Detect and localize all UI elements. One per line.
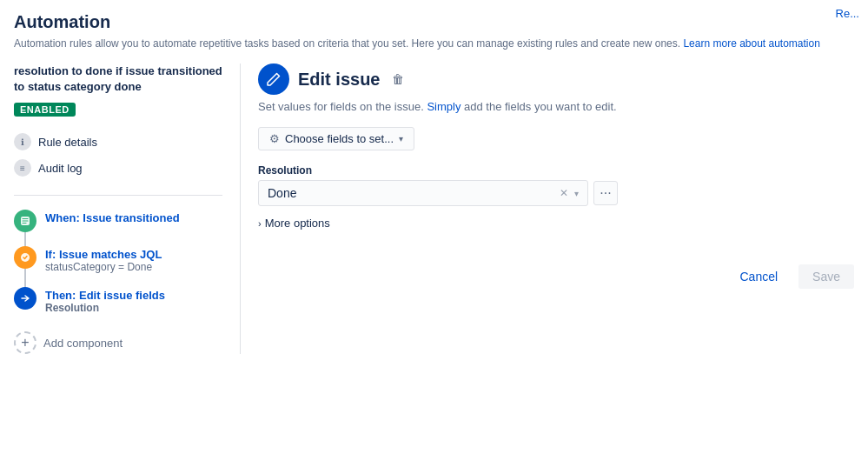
if-icon	[14, 246, 36, 269]
resolution-field-section: Resolution Done ✕ ▾ ···	[258, 164, 854, 206]
action-buttons: Cancel Save	[258, 264, 854, 289]
then-icon	[14, 287, 36, 310]
then-step-content: Then: Edit issue fields Resolution	[45, 287, 165, 314]
page-subtitle: Automation rules allow you to automate r…	[14, 36, 854, 51]
then-step[interactable]: Then: Edit issue fields Resolution	[14, 287, 222, 319]
if-step[interactable]: If: Issue matches JQL statusCategory = D…	[14, 246, 222, 278]
resolution-input-row: Done ✕ ▾ ···	[258, 180, 854, 206]
save-button[interactable]: Save	[798, 264, 854, 289]
dropdown-chevron-icon[interactable]: ▾	[574, 189, 579, 198]
then-step-title[interactable]: Then: Edit issue fields	[45, 289, 165, 302]
sidebar-item-rule-details[interactable]: ℹ Rule details	[14, 129, 222, 155]
audit-log-icon: ≡	[14, 159, 31, 177]
when-icon	[14, 210, 36, 232]
when-step-title[interactable]: When: Issue transitioned	[45, 211, 180, 224]
when-step-content: When: Issue transitioned	[45, 210, 180, 224]
topbar-link[interactable]: Re...	[836, 7, 859, 20]
clear-icon[interactable]: ✕	[557, 186, 571, 200]
rule-details-label: Rule details	[38, 136, 97, 149]
add-component-label: Add component	[43, 337, 123, 350]
then-step-sub: Resolution	[45, 302, 165, 314]
choose-fields-button[interactable]: ⚙ Choose fields to set... ▾	[258, 127, 414, 150]
learn-more-link[interactable]: Learn more about automation	[683, 37, 819, 50]
sidebar-nav: ℹ Rule details ≡ Audit log	[14, 129, 222, 181]
edit-issue-subtitle: Set values for fields on the issue. Simp…	[258, 100, 854, 113]
more-options-label: More options	[265, 217, 330, 230]
more-options-section[interactable]: › More options	[258, 217, 854, 230]
chevron-down-icon: ▾	[399, 134, 403, 144]
if-step-sub: statusCategory = Done	[45, 261, 162, 273]
page-title: Automation	[14, 12, 854, 32]
choose-fields-label: Choose fields to set...	[285, 132, 394, 145]
ellipsis-button[interactable]: ···	[593, 181, 618, 205]
gear-icon: ⚙	[269, 132, 280, 145]
sidebar-item-audit-log[interactable]: ≡ Audit log	[14, 155, 222, 181]
resolution-controls: ✕ ▾	[557, 186, 579, 200]
page-header: Automation Automation rules allow you to…	[0, 0, 868, 55]
add-component-icon: +	[14, 331, 36, 354]
edit-issue-header: Edit issue 🗑	[258, 63, 854, 95]
flow-steps: When: Issue transitioned If: Issue match…	[14, 210, 222, 354]
delete-icon[interactable]: 🗑	[392, 72, 404, 86]
if-step-content: If: Issue matches JQL statusCategory = D…	[45, 246, 162, 273]
ellipsis-icon: ···	[600, 185, 611, 201]
edit-issue-title: Edit issue	[298, 70, 380, 90]
right-panel: Edit issue 🗑 Set values for fields on th…	[240, 63, 854, 354]
cancel-button[interactable]: Cancel	[726, 264, 792, 289]
more-options-chevron-icon: ›	[258, 218, 262, 229]
resolution-select[interactable]: Done ✕ ▾	[258, 180, 588, 206]
sidebar: resolution to done if issue transitioned…	[14, 63, 240, 354]
enabled-badge: ENABLED	[14, 103, 76, 117]
when-step[interactable]: When: Issue transitioned	[14, 210, 222, 237]
resolution-value: Done	[268, 186, 557, 200]
content-area: resolution to done if issue transitioned…	[0, 63, 868, 354]
sidebar-divider	[14, 195, 222, 196]
rule-name: resolution to done if issue transitioned…	[14, 63, 222, 95]
rule-details-icon: ℹ	[14, 133, 31, 150]
if-step-title[interactable]: If: Issue matches JQL	[45, 248, 162, 261]
audit-log-label: Audit log	[38, 162, 83, 175]
resolution-label: Resolution	[258, 164, 854, 177]
connector-2	[24, 269, 26, 288]
edit-issue-icon	[258, 63, 289, 95]
add-component[interactable]: + Add component	[14, 331, 222, 354]
